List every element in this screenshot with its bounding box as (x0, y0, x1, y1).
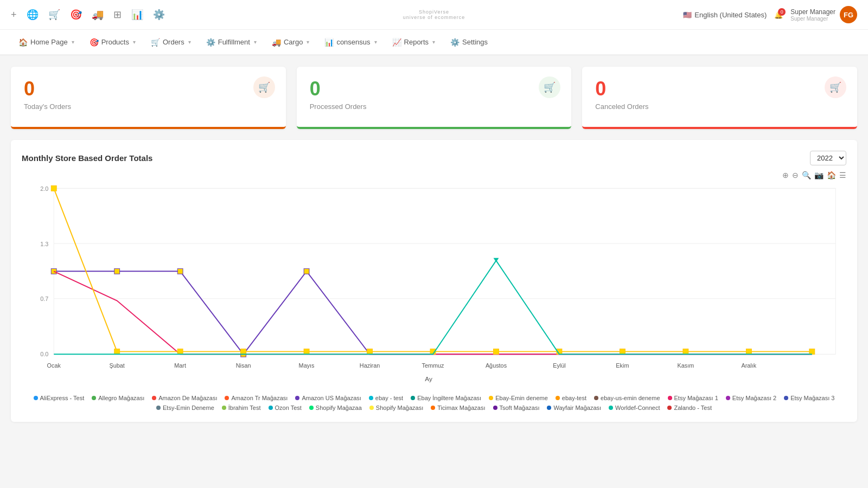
svg-text:Şubat: Şubat (110, 362, 125, 369)
svg-text:Eylül: Eylül (553, 362, 566, 369)
nav-products[interactable]: 🎯 Products ▾ (82, 30, 143, 56)
user-fullname: Super Manager (790, 8, 835, 16)
avatar[interactable]: FG (840, 6, 857, 23)
target-icon[interactable]: 🎯 (70, 9, 82, 21)
notification-badge: 0 (778, 8, 786, 16)
nav-home[interactable]: 🏠 Home Page ▾ (11, 30, 82, 56)
chart-container: 2.0 1.3 0.7 0.0 Ocak Şubat Mart Nisan Ma… (22, 182, 846, 389)
svg-text:Ocak: Ocak (47, 362, 61, 369)
nav-fulfillment[interactable]: ⚙️ Fulfillment ▾ (199, 30, 264, 56)
add-icon[interactable]: + (11, 9, 17, 21)
today-orders-value: 0 (24, 78, 273, 100)
legend-item: İbrahim Test (222, 404, 261, 411)
legend-item: ebay-us-emin deneme (594, 395, 660, 401)
download-icon[interactable]: 📷 (814, 171, 824, 179)
grid-icon[interactable]: ⊞ (113, 9, 122, 21)
chart-header: Monthly Store Based Order Totals 2022 20… (22, 151, 846, 165)
stats-row: 0 Today's Orders 🛒 0 Processed Orders 🛒 … (11, 67, 857, 129)
svg-rect-38 (746, 349, 751, 354)
svg-text:Mayıs: Mayıs (299, 362, 315, 369)
svg-text:Ay: Ay (425, 375, 432, 383)
svg-rect-24 (177, 268, 183, 274)
nav-orders[interactable]: 🛒 Orders ▾ (143, 30, 199, 56)
language-selector[interactable]: 🇺🇸 English (United States) (683, 11, 767, 19)
svg-rect-31 (304, 349, 309, 354)
svg-rect-34 (494, 349, 499, 354)
chart-toolbar: ⊕ ⊖ 🔍 📷 🏠 ☰ (22, 171, 846, 179)
svg-text:Haziran: Haziran (360, 362, 380, 369)
truck-icon[interactable]: 🚚 (92, 9, 104, 21)
nav-consensus[interactable]: 📊 consensus ▾ (317, 30, 384, 56)
zoom-in-icon[interactable]: ⊕ (782, 171, 789, 179)
chart-legend: AliExpress - TestAllegro MağazasıAmazon … (22, 395, 846, 411)
nav-reports[interactable]: 📈 Reports ▾ (385, 30, 443, 56)
products-chevron: ▾ (133, 39, 136, 45)
svg-rect-36 (620, 349, 625, 354)
app-name: ShopiVerse (403, 9, 465, 15)
nav-settings[interactable]: ⚙️ Settings (443, 30, 495, 56)
svg-text:2.0: 2.0 (40, 185, 48, 192)
legend-item: Ebay İngiltere Mağazası (411, 395, 481, 401)
settings-icon[interactable]: ⚙️ (153, 9, 165, 21)
svg-rect-39 (809, 349, 815, 354)
today-orders-icon: 🛒 (253, 76, 275, 98)
legend-item: Amazon De Mağazası (152, 395, 217, 401)
zoom-out-icon[interactable]: ⊖ (792, 171, 799, 179)
legend-item: Zalando - Test (667, 404, 712, 411)
svg-text:Ekim: Ekim (616, 362, 629, 369)
orders-chevron: ▾ (188, 39, 191, 45)
navbar: 🏠 Home Page ▾ 🎯 Products ▾ 🛒 Orders ▾ ⚙️… (0, 30, 868, 56)
nav-products-label: Products (101, 38, 129, 46)
topbar: + 🌐 🛒 🎯 🚚 ⊞ 📊 ⚙️ ShopiVerse universe of … (0, 0, 868, 30)
chart-card: Monthly Store Based Order Totals 2022 20… (11, 140, 857, 422)
canceled-orders-value: 0 (595, 78, 844, 100)
globe-icon[interactable]: 🌐 (27, 9, 39, 21)
topbar-left: + 🌐 🛒 🎯 🚚 ⊞ 📊 ⚙️ (11, 9, 165, 21)
svg-text:Temmuz: Temmuz (422, 362, 445, 369)
user-role: Super Manager (790, 16, 835, 22)
stat-card-canceled-orders: 0 Canceled Orders 🛒 (582, 67, 857, 129)
nav-cargo[interactable]: 🚚 Cargo ▾ (264, 30, 317, 56)
stat-card-today-orders: 0 Today's Orders 🛒 (11, 67, 286, 129)
notification-button[interactable]: 🔔 0 (774, 11, 783, 19)
topbar-right: 🇺🇸 English (United States) 🔔 0 Super Man… (683, 6, 857, 23)
flag-icon: 🇺🇸 (683, 11, 692, 19)
app-logo: ShopiVerse universe of ecommerce (403, 9, 465, 20)
svg-rect-26 (304, 268, 309, 274)
legend-item: ebay - test (369, 395, 403, 401)
legend-item: Etsy-Emin Deneme (156, 404, 214, 411)
cart-icon[interactable]: 🛒 (48, 9, 60, 21)
user-info: Super Manager Super Manager FG (790, 6, 857, 23)
logo-area: ShopiVerse universe of ecommerce (403, 9, 465, 20)
legend-item: Etsy Mağazası 1 (668, 395, 718, 401)
chart-title: Monthly Store Based Order Totals (22, 153, 152, 163)
products-nav-icon: 🎯 (90, 38, 99, 47)
language-label: English (United States) (694, 11, 767, 19)
app-tagline: universe of ecommerce (403, 15, 465, 20)
chart-svg: 2.0 1.3 0.7 0.0 Ocak Şubat Mart Nisan Ma… (22, 182, 846, 388)
zoom-reset-icon[interactable]: 🔍 (802, 171, 811, 179)
reports-nav-icon: 📈 (392, 38, 401, 47)
year-select[interactable]: 2022 2021 2020 (810, 151, 846, 165)
canceled-orders-icon: 🛒 (825, 76, 846, 98)
svg-text:Kasım: Kasım (678, 362, 694, 369)
main-content: 0 Today's Orders 🛒 0 Processed Orders 🛒 … (0, 56, 868, 433)
legend-item: Tsoft Mağazası (493, 404, 540, 411)
canceled-orders-label: Canceled Orders (595, 102, 844, 111)
menu-icon[interactable]: ☰ (839, 171, 846, 179)
svg-text:1.3: 1.3 (40, 241, 48, 247)
svg-rect-28 (114, 349, 120, 354)
nav-consensus-label: consensus (336, 38, 370, 46)
legend-item: AliExpress - Test (34, 395, 85, 401)
svg-text:0.0: 0.0 (40, 351, 48, 357)
chart-icon[interactable]: 📊 (131, 9, 143, 21)
processed-orders-value: 0 (310, 78, 559, 100)
home-reset-icon[interactable]: 🏠 (827, 171, 836, 179)
svg-rect-30 (241, 349, 246, 354)
legend-item: Allegro Mağazası (92, 395, 144, 401)
home-chevron: ▾ (72, 39, 74, 45)
legend-item: Amazon US Mağazası (295, 395, 361, 401)
legend-item: Worldef-Connect (609, 404, 660, 411)
svg-rect-23 (114, 268, 120, 274)
fulfillment-chevron: ▾ (254, 39, 257, 45)
